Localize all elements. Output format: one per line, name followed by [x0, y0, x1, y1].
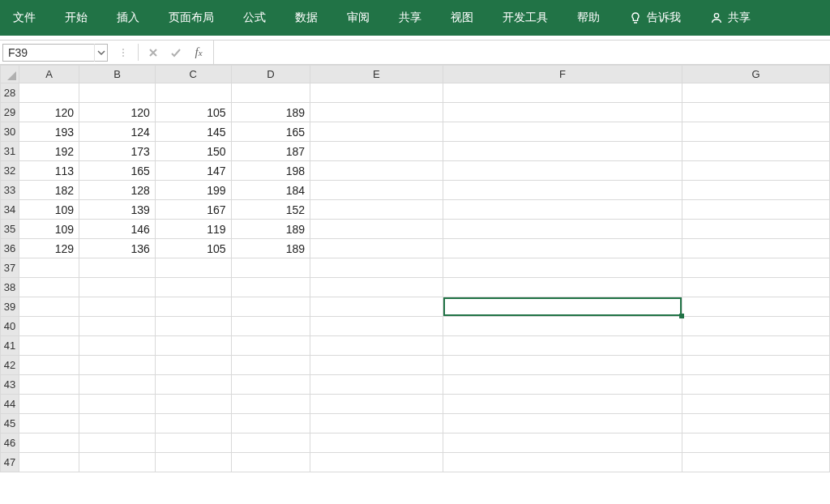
- cancel-formula-button[interactable]: [142, 41, 165, 64]
- cell-G40[interactable]: [682, 317, 830, 336]
- cell-E31[interactable]: [310, 142, 443, 161]
- cell-B42[interactable]: [79, 356, 156, 375]
- cell-C28[interactable]: [155, 83, 231, 103]
- cell-D29[interactable]: 189: [231, 103, 310, 122]
- cell-B43[interactable]: [79, 375, 156, 395]
- cell-G34[interactable]: [682, 200, 830, 220]
- row-header-36[interactable]: 36: [1, 239, 19, 258]
- cell-B31[interactable]: 173: [79, 142, 156, 161]
- column-header-F[interactable]: F: [443, 66, 682, 83]
- row-header-37[interactable]: 37: [1, 258, 19, 278]
- cell-F28[interactable]: [443, 83, 682, 103]
- cell-B36[interactable]: 136: [79, 239, 156, 258]
- row-header-46[interactable]: 46: [1, 434, 19, 453]
- cell-D28[interactable]: [231, 83, 310, 103]
- cell-G43[interactable]: [682, 375, 830, 395]
- cell-D47[interactable]: [231, 453, 310, 472]
- cell-E28[interactable]: [310, 83, 443, 103]
- cell-D41[interactable]: [231, 336, 310, 356]
- cell-F45[interactable]: [443, 414, 682, 434]
- name-box-input[interactable]: [3, 46, 94, 59]
- cell-D33[interactable]: 184: [231, 181, 310, 200]
- cell-F37[interactable]: [443, 258, 682, 278]
- row-header-31[interactable]: 31: [1, 142, 19, 161]
- cell-C33[interactable]: 199: [155, 181, 231, 200]
- name-box-dropdown[interactable]: [94, 44, 107, 62]
- tab-view[interactable]: 视图: [436, 0, 488, 36]
- cell-B41[interactable]: [79, 336, 156, 356]
- cell-D37[interactable]: [231, 258, 310, 278]
- cell-C47[interactable]: [155, 453, 231, 472]
- cell-F33[interactable]: [443, 181, 682, 200]
- cell-F30[interactable]: [443, 122, 682, 142]
- cell-G45[interactable]: [682, 414, 830, 434]
- row-header-29[interactable]: 29: [1, 103, 19, 122]
- cell-F34[interactable]: [443, 200, 682, 220]
- cell-A34[interactable]: 109: [19, 200, 79, 220]
- tab-review[interactable]: 审阅: [332, 0, 384, 36]
- enter-formula-button[interactable]: [165, 41, 187, 64]
- cell-E38[interactable]: [310, 278, 443, 297]
- cell-C39[interactable]: [155, 297, 231, 317]
- row-header-38[interactable]: 38: [1, 278, 19, 297]
- cell-G36[interactable]: [682, 239, 830, 258]
- row-header-45[interactable]: 45: [1, 414, 19, 434]
- cell-C32[interactable]: 147: [155, 161, 231, 181]
- cell-A46[interactable]: [19, 434, 79, 453]
- cell-C40[interactable]: [155, 317, 231, 336]
- cell-A28[interactable]: [19, 83, 79, 103]
- formula-bar-options-icon[interactable]: [112, 41, 135, 64]
- row-header-47[interactable]: 47: [1, 453, 19, 472]
- cell-A30[interactable]: 193: [19, 122, 79, 142]
- cell-D45[interactable]: [231, 414, 310, 434]
- cell-A32[interactable]: 113: [19, 161, 79, 181]
- cell-C31[interactable]: 150: [155, 142, 231, 161]
- cell-E42[interactable]: [310, 356, 443, 375]
- cell-B47[interactable]: [79, 453, 156, 472]
- cell-A41[interactable]: [19, 336, 79, 356]
- row-header-35[interactable]: 35: [1, 220, 19, 239]
- cell-F32[interactable]: [443, 161, 682, 181]
- cell-A44[interactable]: [19, 395, 79, 414]
- cell-A39[interactable]: [19, 297, 79, 317]
- share-button[interactable]: 共享: [695, 0, 765, 36]
- cell-F38[interactable]: [443, 278, 682, 297]
- cell-E40[interactable]: [310, 317, 443, 336]
- insert-function-button[interactable]: fx: [187, 41, 210, 64]
- cell-F43[interactable]: [443, 375, 682, 395]
- row-header-33[interactable]: 33: [1, 181, 19, 200]
- cell-F47[interactable]: [443, 453, 682, 472]
- cell-G38[interactable]: [682, 278, 830, 297]
- column-header-D[interactable]: D: [231, 66, 310, 83]
- cell-A36[interactable]: 129: [19, 239, 79, 258]
- column-header-C[interactable]: C: [155, 66, 231, 83]
- column-header-E[interactable]: E: [310, 66, 443, 83]
- cell-E41[interactable]: [310, 336, 443, 356]
- row-header-28[interactable]: 28: [1, 83, 19, 103]
- cell-D32[interactable]: 198: [231, 161, 310, 181]
- cell-G44[interactable]: [682, 395, 830, 414]
- cell-E43[interactable]: [310, 375, 443, 395]
- cell-B39[interactable]: [79, 297, 156, 317]
- cell-C30[interactable]: 145: [155, 122, 231, 142]
- cell-E37[interactable]: [310, 258, 443, 278]
- cell-A33[interactable]: 182: [19, 181, 79, 200]
- cell-A37[interactable]: [19, 258, 79, 278]
- name-box[interactable]: [2, 44, 108, 62]
- cell-A38[interactable]: [19, 278, 79, 297]
- row-header-40[interactable]: 40: [1, 317, 19, 336]
- cell-E36[interactable]: [310, 239, 443, 258]
- cell-C41[interactable]: [155, 336, 231, 356]
- cell-C46[interactable]: [155, 434, 231, 453]
- cell-G42[interactable]: [682, 356, 830, 375]
- cell-E33[interactable]: [310, 181, 443, 200]
- cell-D30[interactable]: 165: [231, 122, 310, 142]
- cell-F35[interactable]: [443, 220, 682, 239]
- cell-B34[interactable]: 139: [79, 200, 156, 220]
- cell-F31[interactable]: [443, 142, 682, 161]
- tab-home[interactable]: 开始: [50, 0, 102, 36]
- tab-share[interactable]: 共享: [384, 0, 436, 36]
- cell-B40[interactable]: [79, 317, 156, 336]
- cell-G35[interactable]: [682, 220, 830, 239]
- cell-A47[interactable]: [19, 453, 79, 472]
